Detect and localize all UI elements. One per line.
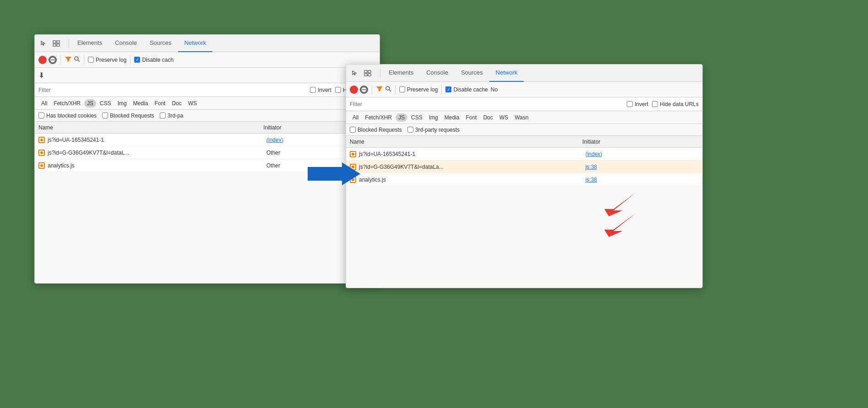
toolbar-row-2: ⬇ xyxy=(35,68,380,83)
table-row[interactable]: js?id=UA-165345241-1 (index) xyxy=(35,134,380,146)
type-all-2[interactable]: All xyxy=(350,113,361,122)
type-ws[interactable]: WS xyxy=(185,99,200,107)
record-button-2[interactable] xyxy=(350,86,358,94)
type-filter-row-1: All Fetch/XHR JS CSS Img Media Font Doc … xyxy=(35,97,380,110)
cursor-icon[interactable] xyxy=(38,38,49,48)
invert-checkbox[interactable]: Invert xyxy=(310,87,331,93)
svg-rect-10 xyxy=(368,70,371,73)
table-header-1: Name Initiator xyxy=(35,122,380,134)
svg-rect-0 xyxy=(53,41,56,43)
type-doc[interactable]: Doc xyxy=(169,99,184,107)
blocked-row-1: Has blocked cookies Blocked Requests 3rd… xyxy=(35,110,380,122)
filter-bar-2: Invert Hide data URLs xyxy=(346,97,702,111)
disable-cache-checkbox[interactable]: ✓ Disable cach xyxy=(134,57,174,63)
table-row[interactable]: js?id=UA-165345241-1 (index) xyxy=(346,148,702,161)
tab-bar-1: Elements Console Sources Network xyxy=(35,35,380,52)
type-img-2[interactable]: Img xyxy=(426,113,441,122)
type-img[interactable]: Img xyxy=(115,99,130,107)
table-row[interactable]: analytics.js js:38 xyxy=(346,173,702,186)
tab-sources-2[interactable]: Sources xyxy=(455,64,489,82)
type-ws-2[interactable]: WS xyxy=(497,113,511,122)
svg-rect-2 xyxy=(53,44,56,46)
layers-icon[interactable] xyxy=(51,38,61,48)
svg-rect-11 xyxy=(364,74,367,76)
toolbar-2: Preserve log ✓ Disable cache No xyxy=(346,82,702,97)
search-icon[interactable] xyxy=(74,56,80,64)
preserve-log-checkbox[interactable]: Preserve log xyxy=(88,57,126,63)
blue-checkbox: ✓ xyxy=(134,57,140,63)
red-arrow-2 xyxy=(600,210,636,239)
table-row-highlighted[interactable]: js?id=G-G36G49KV7T&l=dataLa... js:38 xyxy=(346,161,702,173)
tab-sources[interactable]: Sources xyxy=(143,35,178,52)
tab-console[interactable]: Console xyxy=(108,35,143,52)
type-all[interactable]: All xyxy=(38,99,50,107)
cell-initiator: js:38 xyxy=(586,177,699,183)
type-fetch-xhr[interactable]: Fetch/XHR xyxy=(51,99,83,107)
clear-button-2[interactable] xyxy=(360,86,368,94)
hide-data-urls-checkbox-2[interactable]: Hide data URLs xyxy=(652,101,699,107)
type-js-2[interactable]: JS xyxy=(396,113,407,122)
invert-checkbox-2[interactable]: Invert xyxy=(627,101,648,107)
tab-elements[interactable]: Elements xyxy=(71,35,108,52)
type-js[interactable]: JS xyxy=(84,99,96,107)
tab-icons-1 xyxy=(38,38,61,48)
svg-point-15 xyxy=(386,86,390,90)
col-name-header: Name xyxy=(38,124,263,131)
tab-divider-2 xyxy=(380,69,380,78)
tab-network-2[interactable]: Network xyxy=(489,64,524,82)
preserve-log-checkbox-2[interactable]: Preserve log xyxy=(399,86,438,93)
resource-icon xyxy=(38,137,45,143)
network-table-2: Name Initiator js?id=UA-165345241-1 (ind… xyxy=(346,136,702,186)
tab-elements-2[interactable]: Elements xyxy=(382,64,420,82)
filter-bar-1: Invert Hide data UR xyxy=(35,83,380,97)
has-blocked-cookies-checkbox[interactable]: Has blocked cookies xyxy=(38,113,97,119)
tab-console-2[interactable]: Console xyxy=(420,64,455,82)
table-row[interactable]: js?id=G-G36G49KV7T&l=dataL... Other xyxy=(35,146,380,159)
filter-icon-2[interactable] xyxy=(376,86,383,93)
filter-icon[interactable] xyxy=(65,56,72,64)
cell-initiator: js:38 xyxy=(586,164,699,170)
type-filter-row-2: All Fetch/XHR JS CSS Img Media Font Doc … xyxy=(346,111,702,124)
resource-icon xyxy=(38,150,45,156)
svg-line-16 xyxy=(390,90,391,92)
toolbar-divider-1 xyxy=(60,55,61,64)
tab-network[interactable]: Network xyxy=(178,35,213,52)
devtools-window-1: Elements Console Sources Network Preserv… xyxy=(34,34,380,284)
svg-rect-9 xyxy=(364,70,367,73)
toolbar-divider-6 xyxy=(441,85,442,94)
svg-rect-3 xyxy=(57,44,60,46)
devtools-window-2: Elements Console Sources Network Preserv… xyxy=(346,64,703,288)
type-font[interactable]: Font xyxy=(152,99,168,107)
type-doc-2[interactable]: Doc xyxy=(480,113,495,122)
filter-input-2[interactable] xyxy=(350,101,405,107)
blue-checkbox-2: ✓ xyxy=(445,86,451,92)
col-initiator-header-2: Initiator xyxy=(582,139,699,145)
disable-cache-checkbox-2[interactable]: ✓ Disable cache xyxy=(445,86,488,93)
tab-divider xyxy=(69,39,69,48)
svg-marker-18 xyxy=(604,213,636,237)
third-party-checkbox[interactable]: 3rd-pa xyxy=(160,113,184,119)
blue-arrow-annotation xyxy=(308,160,363,189)
record-button[interactable] xyxy=(38,56,47,64)
type-css-2[interactable]: CSS xyxy=(408,113,425,122)
type-css[interactable]: CSS xyxy=(97,99,114,107)
download-button[interactable]: ⬇ xyxy=(38,71,44,80)
cursor-icon-2[interactable] xyxy=(350,68,360,78)
filter-input[interactable] xyxy=(38,87,93,93)
type-media-2[interactable]: Media xyxy=(442,113,462,122)
third-party-checkbox-2[interactable]: 3rd-party requests xyxy=(407,127,460,133)
type-media[interactable]: Media xyxy=(130,99,151,107)
blocked-requests-checkbox-2[interactable]: Blocked Requests xyxy=(350,127,402,133)
type-font-2[interactable]: Font xyxy=(463,113,479,122)
type-fetch-xhr-2[interactable]: Fetch/XHR xyxy=(362,113,395,122)
blocked-requests-checkbox[interactable]: Blocked Requests xyxy=(102,113,154,119)
svg-rect-1 xyxy=(57,41,60,43)
filter-options-2: Invert Hide data URLs xyxy=(627,101,699,107)
clear-button[interactable] xyxy=(49,56,57,64)
layers-icon-2[interactable] xyxy=(363,68,373,78)
blocked-row-2: Blocked Requests 3rd-party requests xyxy=(346,124,702,136)
type-wasn-2[interactable]: Wasn xyxy=(512,113,531,122)
cell-initiator: (index) xyxy=(586,151,699,157)
search-icon-2[interactable] xyxy=(385,86,391,93)
svg-marker-8 xyxy=(308,162,360,185)
